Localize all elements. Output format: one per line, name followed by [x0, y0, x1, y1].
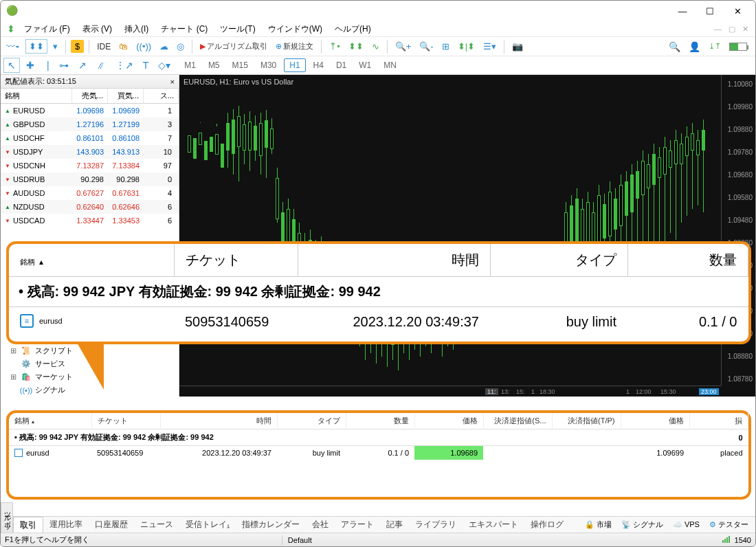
- order-row[interactable]: ≡eurusd 50953140659 2023.12.20 03:49:37 …: [9, 307, 748, 337]
- battery-icon: [729, 43, 747, 51]
- market-watch-row[interactable]: ▲ EURUSD1.096981.096991: [1, 104, 179, 118]
- hline-icon[interactable]: ⊶: [56, 58, 72, 72]
- user-icon[interactable]: 👤: [689, 41, 700, 52]
- tab-news[interactable]: ニュース: [134, 517, 179, 533]
- tab-experts[interactable]: エキスパート: [463, 517, 524, 533]
- market-watch-row[interactable]: ▼ USDCAD1.334471.334536: [1, 214, 179, 227]
- vline-icon[interactable]: |: [43, 58, 53, 72]
- candles-icon[interactable]: ⬍⬍: [25, 39, 47, 54]
- sort-icon[interactable]: ▴: [32, 418, 34, 425]
- maximize-button[interactable]: ☐: [696, 1, 724, 21]
- right-tab-テスター[interactable]: ⚙ テスター: [709, 520, 748, 530]
- dollar-icon[interactable]: $: [71, 40, 84, 53]
- new-order-button[interactable]: ⊕ 新規注文: [273, 40, 316, 53]
- menu-file[interactable]: ファイル (F): [19, 22, 76, 36]
- market-watch-row[interactable]: ▲ USDCHF0.861010.861087: [1, 131, 179, 145]
- tab-trade[interactable]: 取引: [13, 517, 43, 533]
- ide-button[interactable]: IDE: [94, 41, 113, 53]
- cursor-icon[interactable]: ↖: [3, 58, 20, 73]
- status-traffic: 1540: [735, 536, 751, 544]
- text-icon[interactable]: T: [140, 58, 153, 72]
- menu-tools[interactable]: ツール(T): [214, 22, 260, 36]
- order-icon-small: [14, 449, 23, 457]
- mini-maximize-icon[interactable]: ▢: [729, 25, 735, 34]
- channel-icon[interactable]: ⫽: [93, 58, 109, 72]
- list-icon[interactable]: ☰▾: [480, 40, 499, 53]
- tf-m30[interactable]: M30: [256, 59, 281, 71]
- search-icon[interactable]: 🔍: [669, 41, 680, 52]
- tab-history[interactable]: 口座履歴: [89, 517, 134, 533]
- close-button[interactable]: ✕: [724, 1, 751, 21]
- fibo-icon[interactable]: ⋮↗: [112, 58, 137, 72]
- crosshair-icon[interactable]: ✚: [23, 58, 38, 72]
- sort-indicator-icon[interactable]: ▴: [39, 257, 43, 267]
- market-watch-row[interactable]: ▼ USDCNH7.132877.1338497: [1, 159, 179, 172]
- toolbar-main: 〰▾ ⬍⬍ ▾ $ IDE 🛍 ((•)) ☁ ◎ ▶ アルゴリズム取引 ⊕ 新…: [1, 36, 755, 56]
- callout-large: 銘柄 ▴ チケット 時間 タイプ 数量 • 残高: 99 942 JPY 有効証…: [6, 241, 751, 344]
- tf-h1[interactable]: H1: [284, 58, 305, 72]
- chart-title: EURUSD, H1: Euro vs US Dollar: [184, 78, 293, 86]
- app-logo-icon: ⬍: [5, 23, 17, 35]
- menu-chart[interactable]: チャート (C): [155, 22, 213, 36]
- minimize-button[interactable]: —: [669, 1, 696, 21]
- algo-trade-button[interactable]: ▶ アルゴリズム取引: [197, 40, 270, 53]
- cloud-icon[interactable]: ☁: [157, 40, 171, 53]
- trendline-icon[interactable]: ↗: [75, 58, 90, 72]
- signal-icon[interactable]: ((•)): [133, 40, 154, 53]
- sync-icon[interactable]: ⤓⤒: [709, 42, 721, 51]
- mini-minimize-icon[interactable]: —: [714, 25, 722, 33]
- menu-window[interactable]: ウインドウ(W): [263, 22, 328, 36]
- status-help-text: F1を押してヘルプを開く: [5, 535, 89, 545]
- tab-mailbox[interactable]: 受信トレイ₁: [179, 517, 236, 533]
- tab-journal[interactable]: 操作ログ: [524, 517, 570, 533]
- balance-row: • 残高: 99 942 JPY 有効証拠金: 99 942 余剰証拠金: 99…: [9, 277, 748, 307]
- bottom-tabs: 取引 運用比率 口座履歴 ニュース 受信トレイ₁ 指標カレンダー 会社 アラート…: [13, 516, 755, 533]
- camera-icon[interactable]: 📷: [509, 40, 526, 53]
- toolbar-drawing: ↖ ✚ | ⊶ ↗ ⫽ ⋮↗ T ◇▾ M1 M5 M15 M30 H1 H4 …: [1, 56, 755, 75]
- tf-m5[interactable]: M5: [203, 59, 225, 71]
- market-watch-row[interactable]: ▼ AUDUSD0.676270.676314: [1, 186, 179, 200]
- market-watch-row[interactable]: ▲ NZDUSD0.626400.626466: [1, 200, 179, 214]
- sliders-icon[interactable]: ⬍|⬍: [455, 40, 478, 53]
- market-watch-row[interactable]: ▼ USDRUB90.29890.2980: [1, 172, 179, 186]
- right-tab-シグナル[interactable]: 📡 シグナル: [621, 520, 663, 530]
- target-icon[interactable]: ◎: [174, 40, 187, 53]
- tf-m15[interactable]: M15: [227, 59, 253, 71]
- right-tab-市場[interactable]: 🔒 市場: [585, 520, 612, 530]
- tab-alerts[interactable]: アラート: [335, 517, 380, 533]
- chart-area[interactable]: EURUSD, H1: Euro vs US Dollar 1.100801.0…: [179, 75, 755, 397]
- menu-help[interactable]: ヘルプ(H): [329, 22, 377, 36]
- tf-m1[interactable]: M1: [179, 59, 201, 71]
- indicator-icon[interactable]: ∿: [369, 40, 382, 53]
- tf-w1[interactable]: W1: [354, 59, 376, 71]
- shapes-icon[interactable]: ◇▾: [155, 58, 174, 72]
- order-row-small[interactable]: eurusd 50953140659 2023.12.20 03:49:37 b…: [9, 446, 748, 460]
- menu-insert[interactable]: 挿入(I): [119, 22, 154, 36]
- autoscroll-icon[interactable]: ⬍⬍: [346, 40, 366, 53]
- market-watch-close-icon[interactable]: ×: [170, 78, 175, 86]
- connection-bars-icon: [722, 536, 731, 544]
- shift-icon[interactable]: ⤒•: [326, 40, 343, 53]
- tf-mn[interactable]: MN: [379, 59, 401, 71]
- tab-exposure[interactable]: 運用比率: [43, 517, 89, 533]
- tab-library[interactable]: ライブラリ: [409, 517, 463, 533]
- tab-calendar[interactable]: 指標カレンダー: [236, 517, 306, 533]
- mini-close-icon[interactable]: ✕: [742, 25, 748, 34]
- tab-articles[interactable]: 記事: [380, 517, 409, 533]
- market-watch-row[interactable]: ▼ USDJPY143.903143.91310: [1, 145, 179, 159]
- grid-icon[interactable]: ⊞: [439, 40, 452, 53]
- down-icon[interactable]: ▾: [50, 40, 60, 53]
- tf-h4[interactable]: H4: [309, 59, 329, 71]
- right-tab-VPS[interactable]: ☁️ VPS: [673, 520, 700, 529]
- line-dropdown-icon[interactable]: 〰▾: [3, 40, 23, 53]
- titlebar: 🟢 — ☐ ✕: [1, 1, 755, 21]
- tab-company[interactable]: 会社: [306, 517, 335, 533]
- menu-view[interactable]: 表示 (V): [77, 22, 118, 36]
- shopping-icon[interactable]: 🛍: [116, 40, 131, 53]
- chart-xaxis: 11:13:15:118:30112:0015:3023:00: [179, 386, 721, 397]
- zoom-in-icon[interactable]: 🔍+: [392, 40, 414, 53]
- callout-trade-panel: 銘柄 ▴ チケット 時間 タイプ 数量 価格 決済逆指値(S... 決済指値(T…: [6, 410, 751, 500]
- market-watch-row[interactable]: ▲ GBPUSD1.271961.271993: [1, 118, 179, 131]
- tf-d1[interactable]: D1: [331, 59, 351, 71]
- zoom-out-icon[interactable]: 🔍-: [416, 40, 436, 53]
